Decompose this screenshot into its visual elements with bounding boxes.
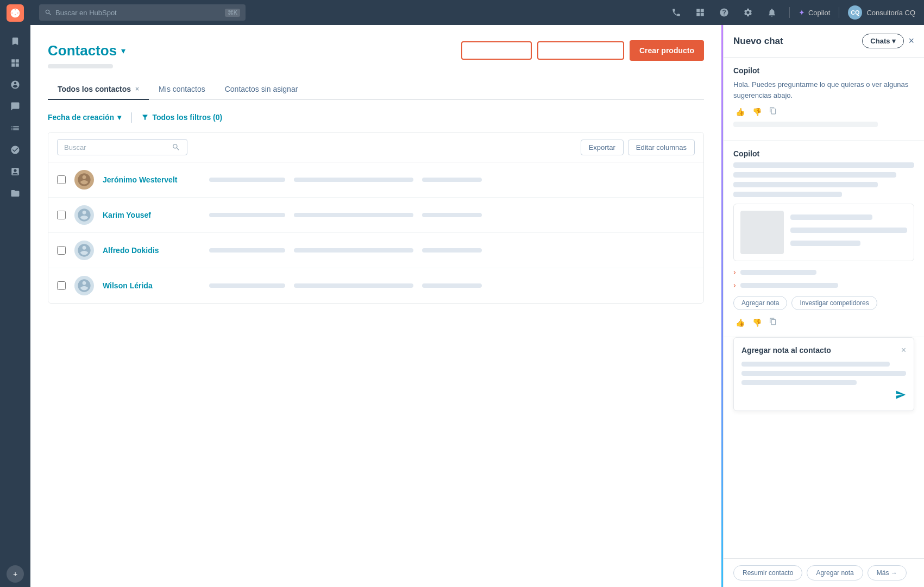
- contacts-page: Contactos ▾ Crear producto Todos los con…: [30, 25, 721, 587]
- copilot-card: [733, 204, 914, 261]
- table-search-input[interactable]: [64, 143, 167, 152]
- sidebar-item-list[interactable]: [7, 119, 24, 137]
- tabs-bar: Todos los contactos × Mis contactos Cont…: [48, 79, 704, 100]
- title-dropdown-icon[interactable]: ▾: [121, 46, 125, 56]
- header-actions: Crear producto: [461, 40, 704, 61]
- table-search[interactable]: [57, 139, 187, 155]
- action-btn-2[interactable]: [537, 41, 624, 60]
- chevron-line-1: [740, 270, 816, 275]
- user-menu[interactable]: CQ Consultoría CQ: [848, 5, 915, 20]
- contact-name-4[interactable]: Wilson Lérida: [103, 281, 200, 290]
- table-actions: Exportar Editar columnas: [581, 140, 695, 155]
- chip-add-note[interactable]: Agregar nota: [733, 296, 787, 310]
- tab-my-contacts[interactable]: Mis contactos: [149, 79, 215, 100]
- contact-checkbox-1[interactable]: [57, 175, 66, 184]
- subtitle-bar: [48, 64, 113, 68]
- help-icon[interactable]: [715, 4, 733, 21]
- footer-chip-summary[interactable]: Resumir contacto: [733, 565, 802, 580]
- search-input[interactable]: [55, 9, 222, 17]
- date-filter-arrow: ▾: [117, 113, 121, 122]
- sidebar-item-dashboard[interactable]: [7, 54, 24, 72]
- sidebar-item-contacts[interactable]: [7, 76, 24, 93]
- contact-name-2[interactable]: Karim Yousef: [103, 211, 200, 219]
- contacts-table: Exportar Editar columnas Jerónimo Wester…: [48, 132, 704, 304]
- tab-all-contacts[interactable]: Todos los contactos ×: [48, 79, 149, 100]
- note-line: [741, 371, 906, 376]
- contact-checkbox-2[interactable]: [57, 211, 66, 219]
- thumbs-up-btn-1[interactable]: 👍: [733, 106, 747, 117]
- contact-avatar-3: [74, 241, 94, 260]
- thumbs-up-btn-2[interactable]: 👍: [733, 317, 747, 328]
- filter-divider: |: [130, 111, 133, 123]
- contact-row: Alfredo Dokidis: [48, 233, 703, 268]
- sidebar-item-reports[interactable]: [7, 163, 24, 180]
- global-search[interactable]: ⌘K: [39, 4, 246, 21]
- copilot-second-block: Copilot: [724, 141, 924, 337]
- sidebar-item-folder[interactable]: [7, 185, 24, 202]
- contact-data-2c: [422, 213, 482, 217]
- footer-chip-more[interactable]: Más →: [868, 565, 907, 580]
- card-lines: [790, 211, 907, 254]
- contact-name-3[interactable]: Alfredo Dokidis: [103, 246, 200, 255]
- tab-unassigned[interactable]: Contactos sin asignar: [215, 79, 308, 100]
- copilot-first-block: Copilot Hola. Puedes preguntarme lo que …: [724, 58, 924, 141]
- card-line: [790, 228, 907, 233]
- note-card-title: Agregar nota al contacto: [741, 346, 831, 355]
- copilot-first-title: Copilot: [733, 66, 914, 75]
- card-line: [790, 241, 860, 246]
- sidebar-expand-btn[interactable]: +: [7, 565, 24, 583]
- filters-row: Fecha de creación ▾ | Todos los filtros …: [48, 111, 704, 123]
- thumbs-down-btn-1[interactable]: 👎: [750, 106, 764, 117]
- card-line: [790, 214, 872, 220]
- chevron-item-2[interactable]: ›: [733, 281, 914, 289]
- panel-close-button[interactable]: ×: [908, 35, 914, 47]
- sidebar-item-automation[interactable]: [7, 141, 24, 159]
- sidebar-item-chat[interactable]: [7, 98, 24, 115]
- tab-close-icon[interactable]: ×: [135, 85, 139, 93]
- copilot-first-message: Hola. Puedes preguntarme lo que quieras …: [733, 79, 914, 100]
- sidebar-item-bookmark[interactable]: [7, 33, 24, 50]
- bell-icon[interactable]: [763, 4, 781, 21]
- chevron-line-2: [740, 283, 838, 288]
- panel-footer: Resumir contacto Agregar nota Más →: [724, 558, 924, 587]
- divider2: [839, 7, 839, 18]
- copy-btn-1[interactable]: [767, 106, 779, 117]
- contact-data-1a: [209, 178, 285, 182]
- main-area: ⌘K ✦ Copilot CQ Consultoría CQ: [30, 0, 924, 587]
- grid-icon[interactable]: [692, 4, 709, 21]
- contact-avatar-2: [74, 205, 94, 225]
- chevron-item-1[interactable]: ›: [733, 268, 914, 276]
- date-filter[interactable]: Fecha de creación ▾: [48, 113, 121, 122]
- contact-checkbox-4[interactable]: [57, 281, 66, 290]
- copilot-panel: Nuevo chat Chats ▾ × Copilot Hola. Puede…: [723, 25, 924, 587]
- action-btn-1[interactable]: [461, 41, 532, 60]
- panel-header-right: Chats ▾ ×: [862, 34, 914, 48]
- reaction-row-1: 👍 👎: [733, 106, 914, 117]
- app-logo[interactable]: [7, 4, 24, 22]
- chats-button[interactable]: Chats ▾: [862, 34, 904, 48]
- panel-header: Nuevo chat Chats ▾ ×: [724, 25, 924, 58]
- phone-icon[interactable]: [668, 4, 685, 21]
- create-product-button[interactable]: Crear producto: [630, 40, 704, 61]
- note-line: [741, 362, 890, 367]
- chip-investigate[interactable]: Investigar competidores: [791, 296, 877, 310]
- edit-columns-button[interactable]: Editar columnas: [628, 140, 695, 155]
- copilot-nav[interactable]: ✦ Copilot: [799, 8, 830, 17]
- filter-icon: [141, 113, 149, 121]
- contact-name-1[interactable]: Jerónimo Westervelt: [103, 175, 200, 184]
- copilot-second-title: Copilot: [733, 149, 914, 158]
- all-filters[interactable]: Todos los filtros (0): [141, 113, 222, 122]
- send-button[interactable]: [895, 389, 906, 403]
- note-close-button[interactable]: ×: [901, 345, 906, 355]
- contact-checkbox-3[interactable]: [57, 246, 66, 255]
- copilot-star-icon: ✦: [799, 8, 805, 17]
- thumbs-down-btn-2[interactable]: 👎: [750, 317, 764, 328]
- contact-data-3b: [294, 248, 413, 253]
- contact-data-4c: [422, 283, 482, 288]
- contact-data-3c: [422, 248, 482, 253]
- settings-icon[interactable]: [739, 4, 757, 21]
- footer-chip-note[interactable]: Agregar nota: [807, 565, 863, 580]
- copy-btn-2[interactable]: [767, 317, 779, 328]
- export-button[interactable]: Exportar: [581, 140, 624, 155]
- search-icon: [172, 143, 180, 152]
